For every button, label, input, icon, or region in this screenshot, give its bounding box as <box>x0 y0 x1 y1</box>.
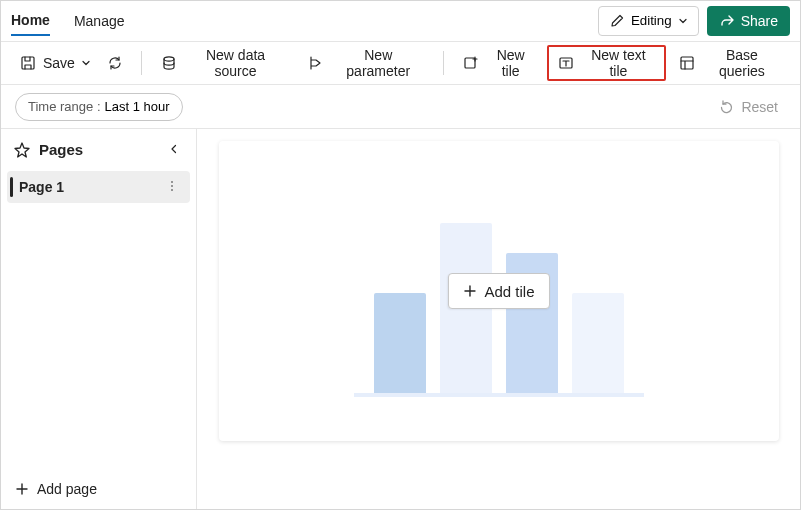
new-parameter-button[interactable]: New parameter <box>299 47 433 79</box>
page-item-label: Page 1 <box>19 179 64 195</box>
filter-row: Time range : Last 1 hour Reset <box>1 85 800 129</box>
text-tile-icon <box>557 54 575 72</box>
new-text-tile-button[interactable]: New text tile <box>549 47 664 79</box>
page-item-more-button[interactable] <box>162 177 182 197</box>
base-queries-icon <box>678 54 696 72</box>
reset-button[interactable]: Reset <box>711 93 786 121</box>
plus-icon <box>462 284 476 298</box>
tab-manage[interactable]: Manage <box>74 7 125 35</box>
pages-sidebar-title: Pages <box>39 141 83 158</box>
add-page-label: Add page <box>37 481 97 497</box>
callout-highlight: New text tile <box>547 45 666 81</box>
tile-add-icon <box>462 54 480 72</box>
new-tile-label: New tile <box>486 47 535 79</box>
save-icon <box>19 54 37 72</box>
add-page-button[interactable]: Add page <box>1 469 196 509</box>
chart-bar <box>572 293 624 393</box>
svg-point-5 <box>171 181 173 183</box>
parameter-icon <box>307 54 325 72</box>
time-range-button[interactable]: Time range : Last 1 hour <box>15 93 183 121</box>
chart-bar <box>374 293 426 393</box>
pages-icon <box>13 140 31 158</box>
add-tile-label: Add tile <box>484 283 534 300</box>
dashboard-canvas: Add tile <box>197 129 800 509</box>
more-vertical-icon <box>165 179 179 193</box>
time-range-value: Last 1 hour <box>105 99 170 114</box>
toolbar-divider <box>141 51 142 75</box>
collapse-sidebar-button[interactable] <box>162 137 186 161</box>
tab-home[interactable]: Home <box>11 6 50 36</box>
share-button[interactable]: Share <box>707 6 790 36</box>
reset-icon <box>719 99 735 115</box>
save-button[interactable]: Save <box>11 47 99 79</box>
new-data-source-label: New data source <box>184 47 287 79</box>
time-range-prefix: Time range : <box>28 99 101 114</box>
page-list-item[interactable]: Page 1 <box>7 171 190 203</box>
plus-icon <box>15 482 29 496</box>
empty-state-card: Add tile <box>219 141 779 441</box>
share-icon <box>719 13 735 29</box>
svg-point-6 <box>171 185 173 187</box>
new-tile-button[interactable]: New tile <box>454 47 543 79</box>
svg-rect-4 <box>681 57 693 69</box>
base-queries-label: Base queries <box>702 47 782 79</box>
reset-button-label: Reset <box>741 99 778 115</box>
refresh-icon <box>106 54 124 72</box>
toolbar: Save New data source New parameter <box>1 41 800 85</box>
editing-mode-button[interactable]: Editing <box>598 6 699 36</box>
new-parameter-label: New parameter <box>331 47 425 79</box>
svg-rect-0 <box>22 57 34 69</box>
pencil-icon <box>609 13 625 29</box>
svg-point-1 <box>164 57 174 61</box>
new-text-tile-label: New text tile <box>581 47 656 79</box>
editing-mode-label: Editing <box>631 13 672 28</box>
base-queries-button[interactable]: Base queries <box>670 47 790 79</box>
save-button-label: Save <box>43 55 75 71</box>
toolbar-divider <box>443 51 444 75</box>
chevron-down-icon <box>678 16 688 26</box>
chevron-down-icon <box>81 58 91 68</box>
database-icon <box>160 54 178 72</box>
new-data-source-button[interactable]: New data source <box>152 47 295 79</box>
chevron-left-icon <box>168 143 180 155</box>
refresh-button[interactable] <box>99 47 131 79</box>
pages-sidebar: Pages Page 1 <box>1 129 197 509</box>
svg-point-7 <box>171 189 173 191</box>
app-tabs-row: Home Manage Editing Share <box>1 1 800 41</box>
add-tile-button[interactable]: Add tile <box>447 273 549 309</box>
page-list: Page 1 <box>1 169 196 205</box>
share-button-label: Share <box>741 13 778 29</box>
